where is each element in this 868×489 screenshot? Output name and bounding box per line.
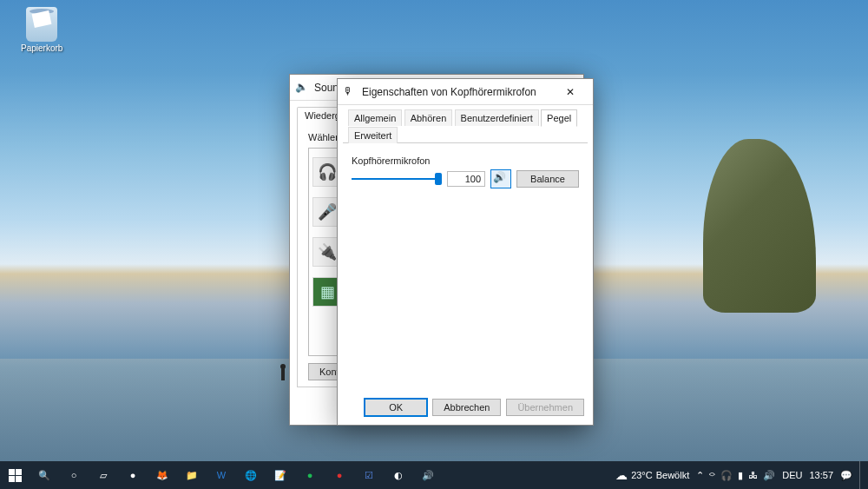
network-icon[interactable]: 🖧: [748, 470, 758, 480]
app-rec[interactable]: ●: [325, 461, 354, 489]
apply-button: Übernehmen: [506, 399, 584, 416]
volume-icon[interactable]: 🔊: [763, 470, 775, 481]
app-edge[interactable]: 🌐: [236, 461, 266, 489]
start-button[interactable]: [0, 461, 30, 489]
tab-erweitert[interactable]: Erweitert: [348, 127, 398, 143]
mute-button[interactable]: [490, 169, 511, 188]
language-indicator[interactable]: DEU: [782, 470, 802, 480]
level-slider[interactable]: [352, 171, 442, 187]
clock[interactable]: 13:57: [809, 470, 833, 480]
cancel-button[interactable]: Abbrechen: [432, 399, 501, 416]
speaker-icon: [495, 173, 507, 185]
app-explorer[interactable]: 📁: [177, 461, 207, 489]
app-spotify[interactable]: ●: [295, 461, 325, 489]
props-title: Eigenschaften von Kopfhörermikrofon: [362, 86, 553, 98]
tab-pegel[interactable]: Pegel: [541, 109, 577, 127]
recycle-bin-label: Papierkorb: [21, 43, 62, 53]
app-word[interactable]: W: [207, 461, 236, 489]
notifications-icon[interactable]: 💬: [840, 470, 852, 481]
recycle-bin-icon[interactable]: Papierkorb: [21, 7, 62, 53]
props-footer: OK Abbrechen Übernehmen: [365, 399, 584, 416]
weather-widget[interactable]: ☁ 23°C Bewölkt: [615, 468, 689, 482]
search-button[interactable]: 🔍: [30, 461, 59, 489]
props-body: Kopfhörermikrofon 100 Balance: [338, 143, 593, 413]
trash-icon: [26, 7, 57, 42]
app-tool[interactable]: ◐: [384, 461, 413, 489]
level-label: Kopfhörermikrofon: [352, 155, 579, 166]
app-firefox[interactable]: 🦊: [148, 461, 177, 489]
mic-icon: 🎙: [343, 85, 357, 99]
weather-text: Bewölkt: [656, 470, 690, 480]
wallpaper-runner: [278, 364, 288, 385]
wifi-icon[interactable]: ⌔: [709, 470, 715, 480]
balance-button[interactable]: Balance: [516, 170, 579, 188]
ok-button[interactable]: OK: [365, 399, 427, 416]
app-todo[interactable]: ☑: [354, 461, 384, 489]
app-chrome[interactable]: ●: [118, 461, 148, 489]
desktop[interactable]: Papierkorb 🔈 Sound ✕ Wiedergabe Wählen S…: [0, 0, 868, 489]
taskview-button[interactable]: ▱: [89, 461, 118, 489]
headphone-icon[interactable]: 🎧: [720, 470, 733, 481]
wallpaper-rock: [703, 139, 816, 313]
show-desktop-button[interactable]: [859, 461, 865, 489]
level-value[interactable]: 100: [447, 171, 485, 187]
app-notes[interactable]: 📝: [266, 461, 295, 489]
taskbar[interactable]: 🔍 ○ ▱ ● 🦊 📁 W 🌐 📝 ● ● ☑ ◐ 🔊 ☁ 23°C Bewöl…: [0, 461, 868, 489]
system-tray[interactable]: ⌃ ⌔ 🎧 ▮ 🖧 🔊: [696, 470, 775, 481]
chevron-up-icon[interactable]: ⌃: [696, 470, 704, 481]
props-titlebar[interactable]: 🎙 Eigenschaften von Kopfhörermikrofon ✕: [338, 79, 593, 105]
tab-allgemein[interactable]: Allgemein: [348, 109, 402, 126]
battery-icon[interactable]: ▮: [738, 470, 743, 481]
cortana-button[interactable]: ○: [59, 461, 89, 489]
properties-window[interactable]: 🎙 Eigenschaften von Kopfhörermikrofon ✕ …: [337, 78, 594, 426]
props-tabs: Allgemein Abhören Benutzerdefiniert Pege…: [343, 105, 588, 143]
windows-icon: [9, 469, 22, 482]
speaker-icon: 🔈: [295, 81, 309, 95]
tab-benutzerdefiniert[interactable]: Benutzerdefiniert: [455, 109, 539, 126]
app-sound[interactable]: 🔊: [413, 461, 443, 489]
weather-temp: 23°C: [631, 470, 653, 480]
cloud-icon: ☁: [615, 468, 628, 482]
tab-abhoeren[interactable]: Abhören: [404, 109, 453, 126]
close-icon[interactable]: ✕: [553, 80, 588, 104]
